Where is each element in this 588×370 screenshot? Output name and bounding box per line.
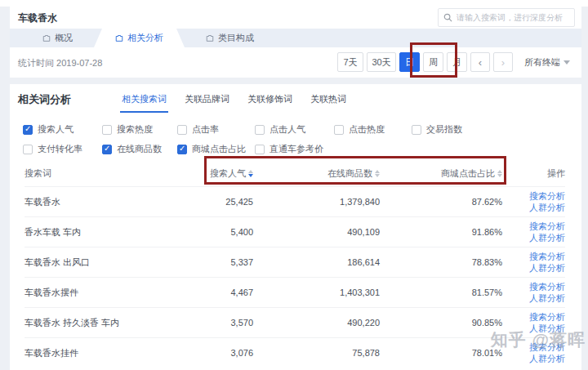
word-tab-hot[interactable]: 关联热词 <box>310 93 346 113</box>
col-search-popularity-sort[interactable]: 搜索人气 <box>188 167 253 180</box>
metric-label: 交易指数 <box>426 123 462 136</box>
crowd-analysis-link[interactable]: 人群分析 <box>529 232 565 243</box>
col-label: 在线商品数 <box>327 167 372 180</box>
page-title: 车载香水 <box>18 11 57 25</box>
online-products-cell: 490,220 <box>253 318 380 328</box>
online-products-cell: 186,614 <box>253 257 380 267</box>
stats-time: 统计时间 2019-07-28 <box>18 57 102 69</box>
stats-row: 统计时间 2019-07-28 7天 30天 日 周 月 ‹ › 所有终端 <box>10 47 581 78</box>
metric-click-popularity[interactable]: 点击人气 <box>255 123 334 136</box>
search-popularity-cell: 3,570 <box>188 318 253 328</box>
search-popularity-cell: 5,337 <box>188 257 253 267</box>
crowd-analysis-link[interactable]: 人群分析 <box>529 202 565 213</box>
crowd-analysis-link[interactable]: 人群分析 <box>529 323 565 334</box>
word-tab-brand[interactable]: 关联品牌词 <box>185 93 229 113</box>
checkbox[interactable] <box>412 125 421 135</box>
search-analysis-link[interactable]: 搜索分析 <box>529 190 565 202</box>
related-words-card: 相关词分析 相关搜索词 关联品牌词 关联修饰词 关联热词 搜索人气 搜索热度 <box>10 84 581 370</box>
table-row: 车载香水 25,425 1,379,840 87.62% 搜索分析 人群分析 <box>24 186 565 216</box>
keyword-cell: 车载香水 持久淡香 车内 <box>24 317 188 329</box>
word-tab-modifier[interactable]: 关联修饰词 <box>247 93 292 113</box>
tab-label: 类目构成 <box>218 32 254 44</box>
terminal-dropdown[interactable]: 所有终端 <box>524 56 570 69</box>
range-week-button[interactable]: 周 <box>423 52 443 72</box>
table-header-row: 搜索词 搜索人气 在线商品数 商城点击占比 <box>24 161 565 186</box>
metric-search-heat[interactable]: 搜索热度 <box>102 123 177 136</box>
metric-label: 直通车参考价 <box>270 143 323 155</box>
section-head: 相关词分析 相关搜索词 关联品牌词 关联修饰词 关联热词 <box>18 92 346 113</box>
col-actions: 操作 <box>502 167 565 180</box>
word-tabs: 相关搜索词 关联品牌词 关联修饰词 关联热词 <box>122 92 346 113</box>
range-day-button[interactable]: 日 <box>399 52 420 72</box>
search-box[interactable] <box>438 8 575 27</box>
crowd-analysis-link[interactable]: 人群分析 <box>529 262 565 274</box>
metric-click-rate[interactable]: 点击率 <box>177 123 255 136</box>
search-analysis-link[interactable]: 搜索分析 <box>529 341 565 353</box>
search-popularity-cell: 25,425 <box>188 197 253 207</box>
stats-date: 2019-07-28 <box>56 58 102 68</box>
next-date-button[interactable]: › <box>493 52 513 72</box>
metric-label: 在线商品数 <box>117 143 162 155</box>
mall-click-ratio-cell: 91.86% <box>380 227 502 237</box>
metric-ztc-reference-price[interactable]: 直通车参考价 <box>255 143 334 155</box>
col-keyword: 搜索词 <box>24 167 188 180</box>
search-analysis-link[interactable]: 搜索分析 <box>529 221 565 232</box>
crowd-analysis-link[interactable]: 人群分析 <box>529 353 565 364</box>
keyword-cell: 车载香水 出风口 <box>24 256 188 269</box>
checkbox[interactable] <box>255 125 265 135</box>
metric-transaction-index[interactable]: 交易指数 <box>412 123 562 136</box>
table-row: 车载香水 出风口 5,337 186,614 78.83% 搜索分析 人群分析 <box>24 247 565 277</box>
table-row: 车载香水挂件 3,076 75,878 78.01% 搜索分析 人群分析 <box>24 337 565 368</box>
col-mall-click-ratio-sort[interactable]: 商城点击占比 <box>380 167 502 180</box>
metric-search-popularity[interactable]: 搜索人气 <box>23 123 102 136</box>
checkbox-checked[interactable] <box>23 125 33 135</box>
mall-click-ratio-cell: 78.83% <box>380 257 502 267</box>
online-products-cell: 490,109 <box>253 227 380 237</box>
checkbox-checked[interactable] <box>177 145 187 154</box>
metric-label: 搜索人气 <box>38 123 74 136</box>
range-month-button[interactable]: 月 <box>447 52 467 72</box>
keywords-table: 搜索词 搜索人气 在线商品数 商城点击占比 <box>24 161 565 368</box>
crowd-analysis-link[interactable]: 人群分析 <box>529 292 565 304</box>
mall-click-ratio-cell: 81.57% <box>380 288 502 297</box>
briefcase-icon <box>206 34 214 42</box>
date-range-group: 7天 30天 日 周 月 ‹ › 所有终端 <box>337 52 570 72</box>
prev-date-button[interactable]: ‹ <box>470 52 490 72</box>
range-30d-button[interactable]: 30天 <box>367 52 396 72</box>
briefcase-icon <box>115 34 123 42</box>
online-products-cell: 1,379,840 <box>253 197 380 207</box>
col-online-products-sort[interactable]: 在线商品数 <box>253 167 380 180</box>
checkbox[interactable] <box>177 125 187 135</box>
checkbox[interactable] <box>23 145 33 154</box>
tab-overview[interactable]: 概况 <box>21 29 94 47</box>
search-icon <box>443 13 452 22</box>
mall-click-ratio-cell: 90.85% <box>380 318 502 328</box>
checkbox[interactable] <box>102 125 112 135</box>
search-analysis-link[interactable]: 搜索分析 <box>529 311 565 323</box>
col-label: 商城点击占比 <box>441 167 495 180</box>
metric-mall-click-ratio[interactable]: 商城点击占比 <box>177 143 255 155</box>
metric-row-1: 搜索人气 搜索热度 点击率 点击人气 点击热度 <box>23 123 562 136</box>
metric-payment-conversion[interactable]: 支付转化率 <box>23 143 102 155</box>
word-tab-related-search[interactable]: 相关搜索词 <box>122 93 167 113</box>
keyword-cell: 车载香水 <box>24 196 188 208</box>
mall-click-ratio-cell: 78.01% <box>380 348 502 358</box>
checkbox[interactable] <box>255 145 265 154</box>
main-tab-strip: 概况 相关分析 类目构成 <box>10 29 581 47</box>
search-analysis-link[interactable]: 搜索分析 <box>529 251 565 262</box>
section-title: 相关词分析 <box>18 92 71 107</box>
search-input[interactable] <box>457 13 569 22</box>
search-popularity-cell: 3,076 <box>188 348 253 358</box>
search-analysis-link[interactable]: 搜索分析 <box>529 281 565 292</box>
tab-label: 概况 <box>55 32 73 44</box>
table-row: 香水车载 车内 5,400 490,109 91.86% 搜索分析 人群分析 <box>24 216 565 247</box>
metric-online-products[interactable]: 在线商品数 <box>102 143 177 155</box>
metric-click-heat[interactable]: 点击热度 <box>334 123 412 136</box>
tab-related-analysis[interactable]: 相关分析 <box>94 29 185 47</box>
checkbox[interactable] <box>334 125 344 135</box>
range-7d-button[interactable]: 7天 <box>337 52 363 72</box>
terminal-label: 所有终端 <box>524 56 560 69</box>
metric-label: 支付转化率 <box>38 143 82 155</box>
tab-category-composition[interactable]: 类目构成 <box>185 29 275 47</box>
checkbox-checked[interactable] <box>102 145 112 154</box>
